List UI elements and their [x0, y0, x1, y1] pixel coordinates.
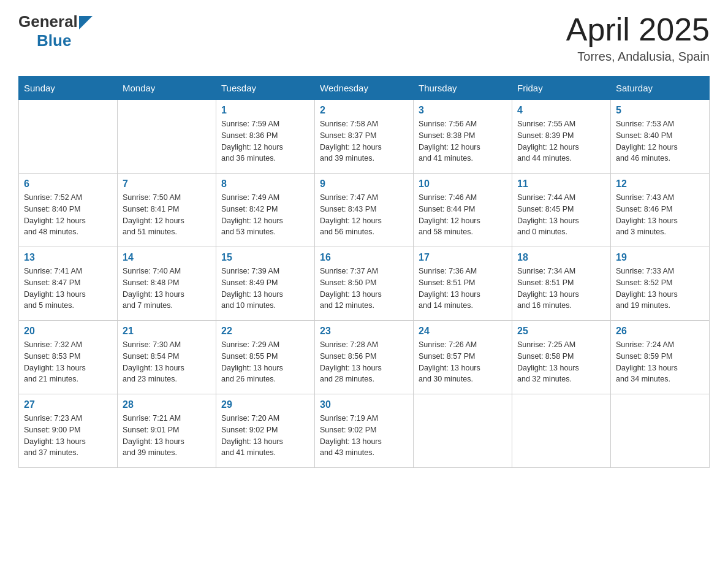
calendar-cell: 10Sunrise: 7:46 AMSunset: 8:44 PMDayligh… [414, 174, 512, 247]
title-section: April 2025 Torres, Andalusia, Spain [566, 12, 710, 64]
day-number: 30 [320, 399, 408, 410]
calendar-cell: 27Sunrise: 7:23 AMSunset: 9:00 PMDayligh… [19, 394, 118, 468]
day-info: Sunrise: 7:55 AMSunset: 8:39 PMDaylight:… [517, 118, 605, 164]
calendar-cell: 19Sunrise: 7:33 AMSunset: 8:52 PMDayligh… [611, 247, 710, 321]
day-info: Sunrise: 7:37 AMSunset: 8:50 PMDaylight:… [320, 266, 408, 312]
calendar-cell: 24Sunrise: 7:26 AMSunset: 8:57 PMDayligh… [414, 321, 512, 394]
day-number: 23 [320, 326, 408, 337]
day-number: 17 [419, 252, 507, 263]
month-title: April 2025 [566, 12, 710, 47]
column-header-sunday: Sunday [19, 77, 118, 100]
day-number: 3 [419, 105, 507, 116]
calendar-header-row: SundayMondayTuesdayWednesdayThursdayFrid… [19, 77, 710, 100]
logo-blue-text: Blue [37, 31, 71, 50]
calendar-cell: 22Sunrise: 7:29 AMSunset: 8:55 PMDayligh… [216, 321, 315, 394]
day-info: Sunrise: 7:25 AMSunset: 8:58 PMDaylight:… [517, 339, 605, 385]
day-number: 15 [221, 252, 309, 263]
calendar-week-row: 1Sunrise: 7:59 AMSunset: 8:36 PMDaylight… [19, 100, 710, 174]
day-number: 5 [616, 105, 704, 116]
column-header-saturday: Saturday [611, 77, 710, 100]
day-info: Sunrise: 7:34 AMSunset: 8:51 PMDaylight:… [517, 266, 605, 312]
day-info: Sunrise: 7:50 AMSunset: 8:41 PMDaylight:… [123, 192, 211, 238]
day-number: 22 [221, 326, 309, 337]
column-header-tuesday: Tuesday [216, 77, 315, 100]
day-number: 29 [221, 399, 309, 410]
day-info: Sunrise: 7:44 AMSunset: 8:45 PMDaylight:… [517, 192, 605, 238]
calendar-cell: 21Sunrise: 7:30 AMSunset: 8:54 PMDayligh… [118, 321, 216, 394]
calendar-cell: 23Sunrise: 7:28 AMSunset: 8:56 PMDayligh… [315, 321, 414, 394]
calendar-cell: 20Sunrise: 7:32 AMSunset: 8:53 PMDayligh… [19, 321, 118, 394]
calendar-week-row: 6Sunrise: 7:52 AMSunset: 8:40 PMDaylight… [19, 174, 710, 247]
day-number: 21 [123, 326, 211, 337]
day-info: Sunrise: 7:59 AMSunset: 8:36 PMDaylight:… [221, 118, 309, 164]
day-info: Sunrise: 7:21 AMSunset: 9:01 PMDaylight:… [123, 413, 211, 459]
day-number: 24 [419, 326, 507, 337]
calendar-cell: 5Sunrise: 7:53 AMSunset: 8:40 PMDaylight… [611, 100, 710, 174]
calendar-cell: 30Sunrise: 7:19 AMSunset: 9:02 PMDayligh… [315, 394, 414, 468]
column-header-thursday: Thursday [414, 77, 512, 100]
day-info: Sunrise: 7:24 AMSunset: 8:59 PMDaylight:… [616, 339, 704, 385]
day-info: Sunrise: 7:47 AMSunset: 8:43 PMDaylight:… [320, 192, 408, 238]
day-info: Sunrise: 7:39 AMSunset: 8:49 PMDaylight:… [221, 266, 309, 312]
calendar-cell: 13Sunrise: 7:41 AMSunset: 8:47 PMDayligh… [19, 247, 118, 321]
calendar-cell [414, 394, 512, 468]
day-number: 19 [616, 252, 704, 263]
calendar-cell: 8Sunrise: 7:49 AMSunset: 8:42 PMDaylight… [216, 174, 315, 247]
day-number: 18 [517, 252, 605, 263]
day-number: 1 [221, 105, 309, 116]
calendar-cell: 25Sunrise: 7:25 AMSunset: 8:58 PMDayligh… [512, 321, 611, 394]
day-number: 27 [24, 399, 112, 410]
day-number: 25 [517, 326, 605, 337]
day-info: Sunrise: 7:49 AMSunset: 8:42 PMDaylight:… [221, 192, 309, 238]
day-number: 12 [616, 178, 704, 190]
calendar-week-row: 27Sunrise: 7:23 AMSunset: 9:00 PMDayligh… [19, 394, 710, 468]
location-text: Torres, Andalusia, Spain [566, 50, 710, 64]
day-info: Sunrise: 7:19 AMSunset: 9:02 PMDaylight:… [320, 413, 408, 459]
calendar-week-row: 20Sunrise: 7:32 AMSunset: 8:53 PMDayligh… [19, 321, 710, 394]
calendar-cell: 9Sunrise: 7:47 AMSunset: 8:43 PMDaylight… [315, 174, 414, 247]
svg-marker-0 [79, 16, 93, 29]
day-number: 9 [320, 178, 408, 190]
column-header-monday: Monday [118, 77, 216, 100]
logo: General Blue [18, 12, 93, 50]
day-number: 2 [320, 105, 408, 116]
calendar-cell: 12Sunrise: 7:43 AMSunset: 8:46 PMDayligh… [611, 174, 710, 247]
day-info: Sunrise: 7:30 AMSunset: 8:54 PMDaylight:… [123, 339, 211, 385]
day-info: Sunrise: 7:23 AMSunset: 9:00 PMDaylight:… [24, 413, 112, 459]
day-number: 14 [123, 252, 211, 263]
day-info: Sunrise: 7:28 AMSunset: 8:56 PMDaylight:… [320, 339, 408, 385]
day-info: Sunrise: 7:46 AMSunset: 8:44 PMDaylight:… [419, 192, 507, 238]
calendar-cell [118, 100, 216, 174]
day-number: 16 [320, 252, 408, 263]
day-info: Sunrise: 7:53 AMSunset: 8:40 PMDaylight:… [616, 118, 704, 164]
calendar-cell: 16Sunrise: 7:37 AMSunset: 8:50 PMDayligh… [315, 247, 414, 321]
column-header-friday: Friday [512, 77, 611, 100]
calendar-cell: 3Sunrise: 7:56 AMSunset: 8:38 PMDaylight… [414, 100, 512, 174]
day-info: Sunrise: 7:40 AMSunset: 8:48 PMDaylight:… [123, 266, 211, 312]
calendar-cell: 11Sunrise: 7:44 AMSunset: 8:45 PMDayligh… [512, 174, 611, 247]
calendar-cell: 6Sunrise: 7:52 AMSunset: 8:40 PMDaylight… [19, 174, 118, 247]
day-number: 6 [24, 178, 112, 190]
day-number: 11 [517, 178, 605, 190]
day-number: 7 [123, 178, 211, 190]
column-header-wednesday: Wednesday [315, 77, 414, 100]
day-info: Sunrise: 7:52 AMSunset: 8:40 PMDaylight:… [24, 192, 112, 238]
calendar-cell: 4Sunrise: 7:55 AMSunset: 8:39 PMDaylight… [512, 100, 611, 174]
day-info: Sunrise: 7:36 AMSunset: 8:51 PMDaylight:… [419, 266, 507, 312]
calendar-week-row: 13Sunrise: 7:41 AMSunset: 8:47 PMDayligh… [19, 247, 710, 321]
day-info: Sunrise: 7:41 AMSunset: 8:47 PMDaylight:… [24, 266, 112, 312]
calendar-cell [611, 394, 710, 468]
calendar-cell: 29Sunrise: 7:20 AMSunset: 9:02 PMDayligh… [216, 394, 315, 468]
day-number: 28 [123, 399, 211, 410]
day-info: Sunrise: 7:33 AMSunset: 8:52 PMDaylight:… [616, 266, 704, 312]
day-number: 20 [24, 326, 112, 337]
day-info: Sunrise: 7:58 AMSunset: 8:37 PMDaylight:… [320, 118, 408, 164]
day-number: 8 [221, 178, 309, 190]
day-number: 26 [616, 326, 704, 337]
calendar-table: SundayMondayTuesdayWednesdayThursdayFrid… [18, 76, 710, 468]
calendar-cell [512, 394, 611, 468]
day-number: 4 [517, 105, 605, 116]
calendar-cell: 28Sunrise: 7:21 AMSunset: 9:01 PMDayligh… [118, 394, 216, 468]
calendar-cell: 18Sunrise: 7:34 AMSunset: 8:51 PMDayligh… [512, 247, 611, 321]
calendar-cell: 15Sunrise: 7:39 AMSunset: 8:49 PMDayligh… [216, 247, 315, 321]
